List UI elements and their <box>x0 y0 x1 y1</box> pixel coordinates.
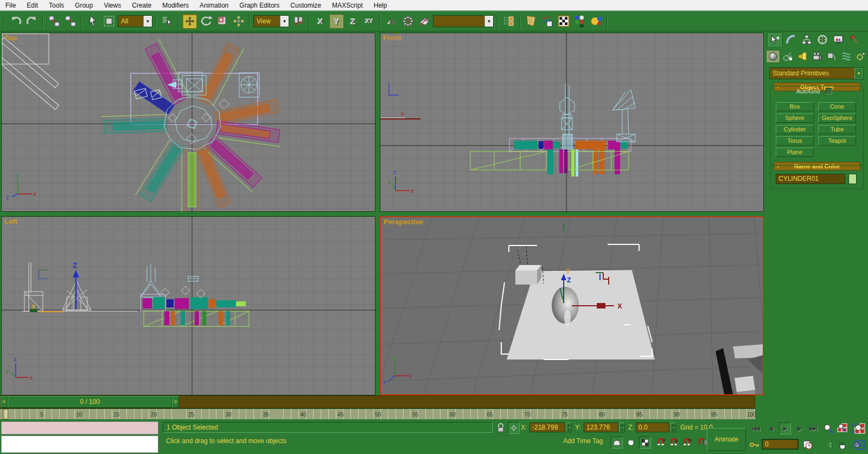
time-configuration-button[interactable] <box>802 439 814 451</box>
tab-utilities[interactable] <box>846 33 861 47</box>
checker-toggle-icon[interactable] <box>639 437 651 449</box>
object-type-torus-button[interactable]: Torus <box>776 136 814 146</box>
category-helpers-button[interactable] <box>825 50 839 63</box>
use-pivot-point-center-button[interactable] <box>291 14 305 29</box>
rectangular-selection-region-button[interactable] <box>101 14 116 29</box>
select-object-button[interactable] <box>85 14 100 29</box>
tab-motion[interactable] <box>814 33 830 47</box>
unlink-selection-button[interactable] <box>63 14 78 29</box>
select-and-scale-button[interactable] <box>215 14 229 29</box>
y-coord-field[interactable]: 123.776 <box>584 423 618 432</box>
undo-button[interactable] <box>8 14 23 29</box>
next-frame-button[interactable]: |▶ <box>793 423 805 434</box>
key-mode-toggle[interactable] <box>749 439 761 451</box>
track-bar[interactable]: 5101520253035404550556065707580859095100 <box>0 408 755 419</box>
object-color-swatch[interactable] <box>848 174 857 184</box>
primitives-category-dropdown[interactable]: Standard Primitives ▼ <box>769 67 864 79</box>
object-type-cone-button[interactable]: Cone <box>818 102 856 111</box>
tab-create[interactable] <box>767 33 783 47</box>
time-slider-prev-button[interactable]: < <box>1 396 8 408</box>
category-spacewarps-button[interactable] <box>839 50 853 63</box>
pan-view-button[interactable] <box>837 439 848 451</box>
render-scene-button[interactable]: ID <box>572 14 587 29</box>
restrict-y-button[interactable]: Y <box>329 14 344 29</box>
object-type-box-button[interactable]: Box <box>776 102 814 111</box>
select-by-name-button[interactable] <box>160 14 175 29</box>
menu-item-create[interactable]: Create <box>126 0 157 11</box>
x-coord-spinner[interactable]: ▲▼ <box>566 423 572 432</box>
trackbar-frame-marker[interactable] <box>3 409 8 419</box>
time-slider[interactable]: < 0 / 100 > <box>0 395 755 408</box>
viewport-left[interactable]: Left Z y <box>1 216 375 395</box>
restrict-z-button[interactable]: Z <box>346 14 360 29</box>
absolute-mode-toggle-icon[interactable] <box>508 422 520 434</box>
go-to-start-button[interactable]: |◀◀ <box>750 423 762 434</box>
current-frame-field[interactable]: 0 <box>762 439 799 450</box>
degradation-override-icon[interactable] <box>611 437 623 449</box>
category-systems-button[interactable] <box>854 50 868 63</box>
array-button[interactable] <box>400 14 415 29</box>
named-selection-sets-dropdown[interactable]: ▼ <box>433 15 494 27</box>
select-and-move-button[interactable] <box>182 14 197 29</box>
zoom-all-button[interactable] <box>837 423 848 434</box>
dotted-region-icon[interactable] <box>625 437 637 449</box>
zoom-extents-all-button[interactable] <box>854 423 866 434</box>
selection-filter-arrow[interactable]: ▼ <box>143 16 152 27</box>
percent-snap-toggle-icon[interactable]: % <box>681 437 693 449</box>
menu-item-edit[interactable]: Edit <box>21 0 43 11</box>
object-type-tube-button[interactable]: Tube <box>818 125 856 134</box>
snap-toggle-3d-icon[interactable]: 3 <box>655 437 667 449</box>
category-cameras-button[interactable] <box>810 50 824 63</box>
tab-display[interactable] <box>830 33 846 47</box>
viewport-perspective[interactable]: Perspective Y Z X <box>380 216 764 395</box>
menu-item-tools[interactable]: Tools <box>43 0 69 11</box>
menu-item-animation[interactable]: Animation <box>194 0 234 11</box>
menu-item-modifiers[interactable]: Modifiers <box>157 0 194 11</box>
select-and-rotate-button[interactable] <box>199 14 213 29</box>
select-and-manipulate-button[interactable] <box>231 14 246 29</box>
redo-button[interactable] <box>24 14 39 29</box>
y-coord-spinner[interactable]: ▲▼ <box>619 423 625 432</box>
category-lights-button[interactable] <box>795 50 809 63</box>
object-type-geosphere-button[interactable]: GeoSphere <box>818 114 856 123</box>
maxscript-mini-listener[interactable] <box>1 436 158 453</box>
z-coord-spinner[interactable]: ▲▼ <box>670 423 676 432</box>
align-button[interactable] <box>417 14 431 29</box>
go-to-end-button[interactable]: ▶▶| <box>807 423 819 434</box>
field-of-view-button[interactable] <box>822 439 834 451</box>
object-name-field[interactable]: CYLINDER01 <box>776 174 845 184</box>
mirror-button[interactable] <box>384 14 399 29</box>
x-coord-field[interactable]: -218.799 <box>529 423 565 432</box>
time-slider-next-button[interactable]: > <box>172 396 179 408</box>
object-type-sphere-button[interactable]: Sphere <box>776 114 814 123</box>
animate-button[interactable]: Animate <box>707 428 746 451</box>
named-selection-sets-arrow[interactable]: ▼ <box>484 16 493 27</box>
selection-lock-icon[interactable] <box>495 422 507 434</box>
menu-item-help[interactable]: Help <box>368 0 393 11</box>
zoom-button[interactable] <box>822 423 834 434</box>
menu-item-customize[interactable]: Customize <box>285 0 327 11</box>
menu-item-views[interactable]: Views <box>98 0 126 11</box>
restrict-x-button[interactable]: X <box>313 14 328 29</box>
time-slider-thumb[interactable]: 0 / 100 <box>8 396 172 408</box>
z-coord-field[interactable]: 0.0 <box>636 423 669 432</box>
track-view-button[interactable] <box>524 14 538 29</box>
reference-coordinate-arrow[interactable]: ▼ <box>280 16 289 27</box>
menu-item-group[interactable]: Group <box>69 0 98 11</box>
edit-named-selections-button[interactable] <box>501 14 516 29</box>
viewport-top[interactable]: Top <box>1 33 375 212</box>
menu-item-file[interactable]: File <box>0 0 21 11</box>
material-editor-button[interactable] <box>556 14 571 29</box>
selection-filter-dropdown[interactable]: All ▼ <box>118 15 152 27</box>
restrict-xy-plane-button[interactable]: XY <box>362 14 376 29</box>
object-type-teapot-button[interactable]: Teapot <box>818 136 856 146</box>
category-shapes-button[interactable] <box>781 50 795 63</box>
angle-snap-toggle-icon[interactable] <box>668 437 680 449</box>
menu-item-graph-editors[interactable]: Graph Editors <box>234 0 285 11</box>
maxscript-mini-listener-macro[interactable] <box>1 421 158 434</box>
play-animation-button[interactable]: ▶ <box>779 423 791 434</box>
object-type-plane-button[interactable]: Plane <box>776 148 814 157</box>
add-time-tag[interactable]: Add Time Tag <box>563 437 603 445</box>
quick-render-button[interactable] <box>589 14 603 29</box>
object-type-cylinder-button[interactable]: Cylinder <box>776 125 814 134</box>
